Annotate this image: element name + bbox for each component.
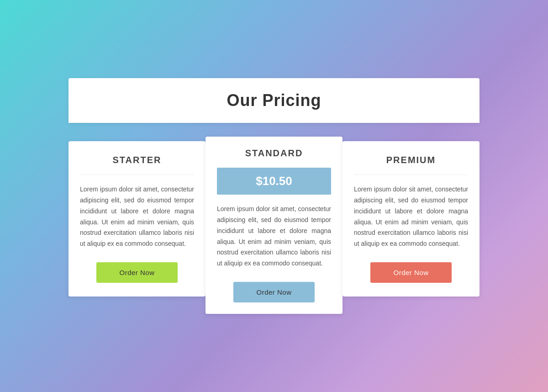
premium-divider [354,175,468,175]
starter-card-title: STARTER [113,155,162,165]
premium-description: Lorem ipsum dolor sit amet, consectetur … [354,184,468,249]
pricing-wrapper: Our Pricing STARTER Lorem ipsum dolor si… [68,78,480,314]
starter-description: Lorem ipsum dolor sit amet, consectetur … [80,184,194,249]
pricing-cards: STARTER Lorem ipsum dolor sit amet, cons… [68,137,480,314]
standard-price-badge: $10.50 [217,168,331,195]
premium-order-button[interactable]: Order Now [370,262,451,283]
standard-description: Lorem ipsum dolor sit amet, consectetur … [217,204,331,269]
starter-card: STARTER Lorem ipsum dolor sit amet, cons… [68,141,206,297]
standard-order-button[interactable]: Order Now [233,282,314,302]
premium-card-title: PREMIUM [386,155,436,165]
starter-divider [80,175,194,175]
premium-card: PREMIUM Lorem ipsum dolor sit amet, cons… [342,141,480,297]
starter-order-button[interactable]: Order Now [96,262,177,283]
pricing-header: Our Pricing [68,78,480,123]
pricing-title: Our Pricing [78,91,470,110]
standard-card-title: STANDARD [245,148,303,159]
standard-card: STANDARD $10.50 Lorem ipsum dolor sit am… [206,137,342,314]
